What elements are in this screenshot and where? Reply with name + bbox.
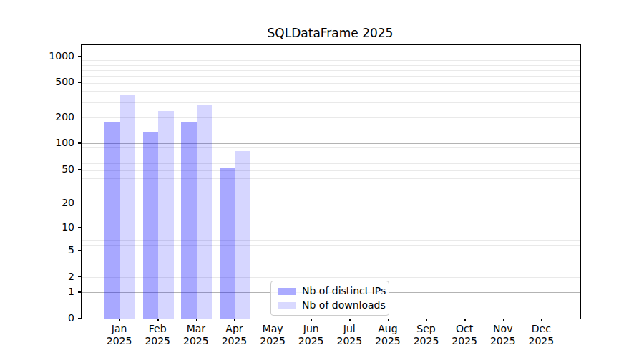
legend-label: Nb of distinct IPs (302, 286, 386, 296)
x-tick-label-dec: Dec2025 (518, 323, 564, 347)
legend-item-distinct-ips: Nb of distinct IPs (278, 286, 382, 296)
x-tick-oct (464, 319, 465, 321)
plot-area (81, 44, 581, 319)
y-tick-100 (78, 142, 81, 143)
x-tick-apr (234, 319, 235, 321)
x-label-year: 2025 (518, 335, 564, 347)
chart-title: SQLDataFrame 2025 (81, 26, 580, 40)
y-tick-5 (78, 250, 81, 251)
minor-gridline (82, 117, 580, 118)
x-tick-jan (119, 319, 120, 321)
x-label-month: Dec (518, 323, 564, 335)
y-tick-2 (78, 276, 81, 277)
bar-distinct-ips-jan (104, 122, 120, 319)
minor-gridline (82, 83, 580, 84)
minor-gridline (82, 102, 580, 103)
minor-gridline (82, 65, 580, 66)
legend-item-downloads: Nb of downloads (278, 300, 382, 311)
y-tick-label-20: 20 (29, 198, 74, 208)
minor-gridline (82, 60, 580, 61)
bar-downloads-jan (120, 95, 136, 319)
x-tick-dec (541, 319, 542, 321)
minor-gridline (82, 70, 580, 71)
x-tick-mar (196, 319, 197, 321)
x-tick-feb (157, 319, 158, 321)
y-tick-label-50: 50 (29, 164, 74, 174)
major-gridline-1000 (82, 57, 580, 57)
y-tick-label-2: 2 (29, 271, 74, 281)
y-tick-label-100: 100 (29, 137, 74, 147)
y-tick-200 (78, 117, 81, 117)
y-tick-500 (78, 82, 81, 82)
bar-downloads-apr (235, 151, 250, 319)
figure: SQLDataFrame 2025 1000500200100502010521… (0, 0, 644, 358)
minor-gridline (82, 91, 580, 92)
minor-gridline (82, 76, 580, 77)
x-tick-nov (503, 319, 504, 321)
y-tick-label-5: 5 (29, 245, 74, 255)
y-tick-10 (78, 227, 81, 228)
y-tick-1000 (78, 56, 81, 57)
x-tick-jul (349, 319, 350, 321)
y-tick-label-10: 10 (29, 222, 74, 232)
legend-swatch-distinct-ips (278, 288, 296, 295)
legend: Nb of distinct IPsNb of downloads (270, 281, 389, 316)
y-tick-0 (78, 318, 81, 319)
bar-distinct-ips-mar (181, 122, 197, 319)
bar-distinct-ips-feb (143, 132, 159, 319)
bar-downloads-feb (158, 111, 174, 319)
y-tick-label-0: 0 (29, 313, 74, 323)
y-tick-label-500: 500 (29, 77, 74, 87)
y-tick-label-200: 200 (29, 112, 74, 122)
y-tick-20 (78, 203, 81, 203)
bar-downloads-mar (197, 105, 213, 319)
x-tick-sep (426, 319, 427, 321)
x-tick-aug (388, 319, 389, 321)
legend-swatch-downloads (278, 302, 296, 309)
x-tick-may (273, 319, 273, 321)
y-tick-1 (78, 291, 81, 292)
bar-distinct-ips-apr (220, 168, 235, 319)
y-tick-label-1000: 1000 (29, 51, 74, 61)
y-tick-50 (78, 169, 81, 170)
y-tick-label-1: 1 (29, 286, 74, 296)
legend-label: Nb of downloads (302, 300, 386, 311)
x-tick-jun (311, 319, 312, 321)
